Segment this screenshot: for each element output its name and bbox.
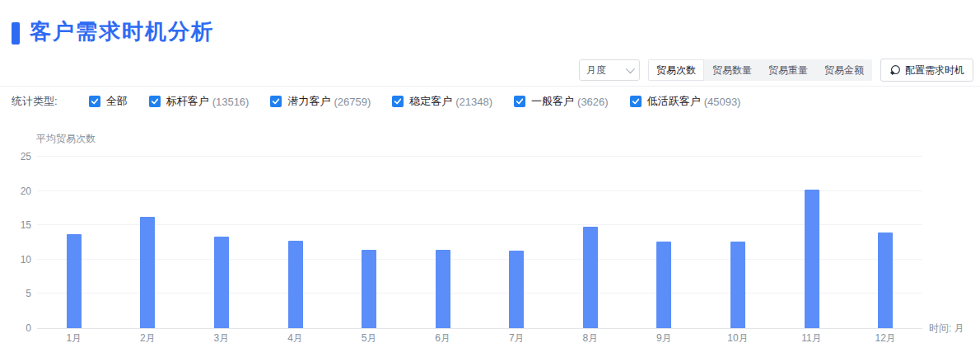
header-divider: [0, 86, 980, 87]
bar-band-12月: [848, 157, 922, 328]
filters-label: 统计类型:: [12, 94, 58, 109]
gear-clock-icon: [889, 64, 901, 76]
bar-band-5月: [332, 157, 406, 328]
bar-band-4月: [259, 157, 333, 328]
chevron-down-icon: [626, 64, 635, 73]
filter-stable-customers[interactable]: 稳定客户 (21348): [392, 94, 492, 109]
x-tick-label: 10月: [701, 331, 775, 345]
y-tick-label: 10: [2, 254, 31, 265]
bar-3月[interactable]: [214, 237, 229, 328]
chart-controls: 月度 贸易次数 贸易数量 贸易重量 贸易金额 配置需求时机: [579, 59, 973, 82]
bar-12月[interactable]: [878, 233, 893, 328]
bar-8月[interactable]: [583, 227, 598, 328]
y-tick-label: 20: [2, 186, 31, 197]
bar-6月[interactable]: [436, 250, 450, 328]
x-tick-label: 4月: [259, 331, 333, 345]
x-tick-label: 1月: [37, 331, 111, 345]
period-select[interactable]: 月度: [579, 59, 640, 81]
bar-5月[interactable]: [362, 250, 376, 328]
y-tick-label: 15: [2, 219, 31, 231]
gridline-y-0: [37, 328, 922, 329]
x-tick-label: 3月: [184, 331, 259, 345]
checkbox-checked-icon[interactable]: [392, 96, 404, 107]
checkbox-checked-icon[interactable]: [270, 96, 282, 107]
bar-band-10月: [701, 157, 775, 328]
customer-demand-timing-panel: 客户需求时机分析 月度 贸易次数 贸易数量 贸易重量 贸易金额 配置需求时机 统…: [0, 0, 980, 357]
x-tick-label: 12月: [848, 331, 922, 345]
x-tick-label: 6月: [406, 331, 480, 345]
bar-10月[interactable]: [730, 242, 745, 328]
bar-band-1月: [37, 157, 111, 328]
checkbox-checked-icon[interactable]: [514, 96, 525, 107]
bar-2月[interactable]: [140, 217, 155, 328]
bars-container: [37, 157, 922, 328]
bar-band-3月: [184, 157, 259, 328]
y-axis-title: 平均贸易次数: [36, 132, 96, 146]
bar-9月[interactable]: [656, 242, 671, 328]
bar-7月[interactable]: [509, 251, 524, 328]
period-select-value: 月度: [586, 63, 606, 78]
y-tick-label: 0: [2, 322, 31, 334]
x-tick-label: 11月: [775, 331, 849, 345]
x-axis-unit-label: 时间: 月: [929, 322, 964, 336]
filter-benchmark-customers[interactable]: 标杆客户 (13516): [149, 94, 250, 109]
x-tick-label: 2月: [111, 331, 185, 345]
bar-band-11月: [775, 157, 849, 328]
bar-11月[interactable]: [805, 190, 819, 328]
tab-trade-weight[interactable]: 贸易重量: [760, 59, 816, 81]
filter-all[interactable]: 全部: [89, 94, 128, 109]
filter-general-customers[interactable]: 一般客户 (3626): [514, 94, 609, 109]
x-tick-label: 5月: [332, 331, 406, 345]
filter-potential-customers[interactable]: 潜力客户 (26759): [270, 94, 371, 109]
x-axis-labels: 1月2月3月4月5月6月7月8月9月10月11月12月: [37, 331, 922, 345]
title-accent-bar: [12, 22, 20, 45]
page-title: 客户需求时机分析: [30, 17, 214, 46]
bar-band-9月: [628, 157, 702, 328]
metric-tab-group: 贸易次数 贸易数量 贸易重量 贸易金额: [648, 59, 872, 81]
checkbox-checked-icon[interactable]: [630, 96, 642, 107]
x-tick-label: 8月: [553, 331, 628, 345]
tab-trade-quantity[interactable]: 贸易数量: [704, 59, 760, 81]
stat-type-filters: 统计类型: 全部 标杆客户 (13516) 潜力客户 (26759) 稳定客户 …: [12, 94, 762, 109]
checkbox-checked-icon[interactable]: [89, 96, 100, 107]
y-tick-label: 5: [2, 288, 31, 299]
bar-band-7月: [479, 157, 553, 328]
bar-1月[interactable]: [67, 234, 82, 328]
x-tick-label: 9月: [628, 331, 702, 345]
bar-band-8月: [553, 157, 628, 328]
config-button-label: 配置需求时机: [905, 63, 964, 78]
bar-chart-plot-area: 0510152025: [37, 157, 922, 328]
bar-band-2月: [111, 157, 185, 328]
config-demand-timing-button[interactable]: 配置需求时机: [880, 59, 973, 82]
filter-low-activity-customers[interactable]: 低活跃客户 (45093): [630, 94, 741, 109]
y-tick-label: 25: [2, 151, 31, 162]
checkbox-checked-icon[interactable]: [149, 96, 161, 107]
tab-trade-count[interactable]: 贸易次数: [648, 59, 704, 81]
tab-trade-amount[interactable]: 贸易金额: [816, 59, 872, 81]
bar-4月[interactable]: [288, 241, 303, 328]
x-tick-label: 7月: [479, 331, 553, 345]
bar-band-6月: [406, 157, 480, 328]
